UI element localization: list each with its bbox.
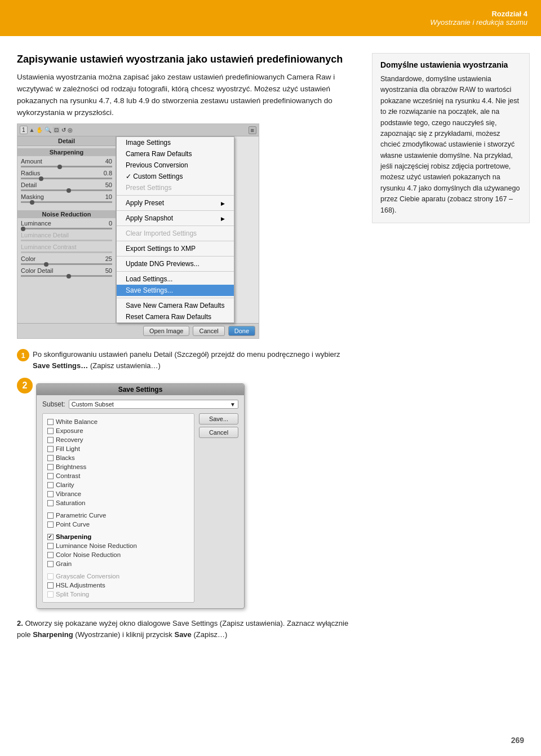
screenshot-bottom-bar: Open Image Cancel Done (17, 323, 259, 338)
luminance-detail-row: Luminance Detail (17, 231, 116, 239)
step-1-text: Po skonfigurowaniu ustawień panelu Detai… (33, 349, 355, 371)
cb-point-curve-box[interactable] (47, 521, 54, 528)
cb-split-toning-box (47, 591, 54, 598)
screenshot-main: Detail Sharpening Amount 40 Radius 0.8 (17, 136, 259, 323)
cb-contrast: Contrast (47, 471, 189, 480)
cb-clarity-box[interactable] (47, 482, 54, 488)
cb-blacks-label: Blacks (56, 454, 75, 461)
save-settings-dialog: Save Settings Subset: Custom Subset ▼ Wh… (36, 383, 245, 609)
cb-hsl-box[interactable] (47, 582, 54, 589)
cb-luminance-noise-label: Luminance Noise Reduction (56, 542, 137, 549)
cb-fill-light-label: Fill Light (56, 445, 80, 452)
step-2-row: 2. Otworzy się pokazane wyżej okno dialo… (17, 618, 355, 640)
menu-item-apply-snapshot[interactable]: Apply Snapshot (117, 213, 234, 224)
cb-vibrance: Vibrance (47, 489, 189, 498)
cb-color-noise: Color Noise Reduction (47, 550, 189, 559)
menu-item-clear-imported: Clear Imported Settings (117, 228, 234, 239)
cb-exposure-label: Exposure (56, 427, 83, 434)
apply-snapshot-label: Apply Snapshot (126, 214, 173, 222)
intro-paragraph: Ustawienia wyostrzania można zapisać jak… (17, 72, 355, 119)
cb-brightness: Brightness (47, 462, 189, 471)
menu-item-camera-raw-defaults[interactable]: Camera Raw Defaults (117, 148, 234, 160)
submenu-arrow (221, 199, 225, 207)
cb-sharpening-label: Sharpening (56, 533, 91, 540)
redeye-icon: ◎ (68, 127, 73, 133)
cb-split-toning: Split Toning (47, 590, 189, 599)
menu-item-export-xmp[interactable]: Export Settings to XMP (117, 243, 234, 254)
menu-item-save-new-defaults[interactable]: Save New Camera Raw Defaults (117, 300, 234, 311)
color-detail-row: Color Detail 50 (17, 267, 116, 275)
menu-divider-1 (117, 195, 234, 196)
cb-contrast-box[interactable] (47, 473, 54, 479)
menu-divider-4 (117, 241, 234, 241)
menu-item-previous-conversion[interactable]: Previous Conversion (117, 160, 234, 171)
cb-grain-box[interactable] (47, 561, 54, 567)
menu-item-custom-settings[interactable]: Custom Settings (117, 171, 234, 182)
page-number: 269 (511, 736, 524, 745)
settings-flyout-icon[interactable]: ≡ (249, 126, 256, 134)
cb-saturation: Saturation (47, 498, 189, 507)
panel-header-label: Detail (17, 136, 116, 146)
cb-saturation-box[interactable] (47, 500, 54, 506)
dialog-cancel-btn[interactable]: Cancel (199, 427, 238, 438)
subset-value: Custom Subset (72, 401, 114, 408)
cb-grain: Grain (47, 559, 189, 568)
masking-row: Masking 10 (17, 193, 116, 201)
cb-exposure: Exposure (47, 426, 189, 435)
step-2-text: 2. Otworzy się pokazane wyżej okno dialo… (17, 618, 355, 640)
color-row: Color 25 (17, 255, 116, 263)
cb-grayscale: Grayscale Conversion (47, 572, 189, 581)
cb-brightness-box[interactable] (47, 464, 54, 470)
flyout-menu: Image Settings Camera Raw Defaults Previ… (116, 136, 234, 323)
detail-row: Detail 50 (17, 181, 116, 189)
cb-vibrance-box[interactable] (47, 491, 54, 497)
cb-point-curve-label: Point Curve (56, 521, 90, 528)
menu-item-load-settings[interactable]: Load Settings... (117, 273, 234, 285)
sharpening-section-label: Sharpening (17, 148, 116, 156)
menu-item-update-dng[interactable]: Update DNG Previews... (117, 258, 234, 269)
open-image-btn[interactable]: Open Image (143, 326, 190, 336)
subset-select[interactable]: Custom Subset ▼ (69, 400, 238, 409)
cb-luminance-noise-box[interactable] (47, 543, 54, 549)
cb-grayscale-label: Grayscale Conversion (56, 573, 119, 580)
zoom-icon: 🔍 (45, 127, 51, 133)
cb-clarity-label: Clarity (56, 481, 74, 488)
menu-item-apply-preset[interactable]: ▶ Apply Preset (117, 197, 234, 209)
cb-recovery-box[interactable] (47, 437, 54, 443)
info-box-text: Standardowe, domyślne ustawienia wyostrz… (380, 74, 521, 216)
checkboxes-list: White Balance Exposure Recovery Fil (42, 413, 194, 603)
menu-item-image-settings[interactable]: Image Settings (117, 137, 234, 148)
cb-luminance-noise: Luminance Noise Reduction (47, 541, 189, 550)
cb-parametric-curve-box[interactable] (47, 512, 54, 519)
crop-icon: ⊡ (53, 127, 60, 133)
dialog-body: White Balance Exposure Recovery Fil (42, 413, 238, 603)
cancel-btn[interactable]: Cancel (193, 326, 224, 336)
luminance-row: Luminance 0 (17, 219, 116, 227)
submenu-arrow-2 (221, 214, 225, 222)
subset-arrow: ▼ (230, 401, 236, 408)
subset-label: Subset: (42, 400, 65, 408)
cb-white-balance-box[interactable] (47, 419, 54, 425)
cb-recovery: Recovery (47, 435, 189, 444)
dialog-title: Save Settings (37, 384, 244, 395)
amount-row: Amount 40 (17, 157, 116, 165)
hand-icon: ✋ (36, 127, 43, 133)
cb-white-balance: White Balance (47, 417, 189, 426)
cb-blacks-box[interactable] (47, 455, 54, 461)
cb-sharpening-box[interactable] (47, 534, 54, 540)
menu-item-save-settings[interactable]: Save Settings... (117, 285, 234, 296)
step-2-badge: 2 (17, 378, 33, 394)
info-box: Domyślne ustawienia wyostrzania Standard… (372, 53, 530, 223)
subset-row: Subset: Custom Subset ▼ (42, 400, 238, 409)
dialog-save-btn[interactable]: Save... (199, 413, 238, 425)
cb-parametric-curve: Parametric Curve (47, 511, 189, 520)
done-btn[interactable]: Done (228, 326, 255, 336)
cb-exposure-box[interactable] (47, 428, 54, 434)
luminance-contrast-row: Luminance Contrast (17, 243, 116, 251)
radius-row: Radius 0.8 (17, 169, 116, 177)
cb-fill-light-box[interactable] (47, 446, 54, 452)
menu-item-reset-defaults[interactable]: Reset Camera Raw Defaults (117, 311, 234, 322)
rotate-icon: ↺ (61, 127, 66, 133)
detail-panel: Detail Sharpening Amount 40 Radius 0.8 (17, 136, 116, 323)
cb-color-noise-box[interactable] (47, 552, 54, 558)
